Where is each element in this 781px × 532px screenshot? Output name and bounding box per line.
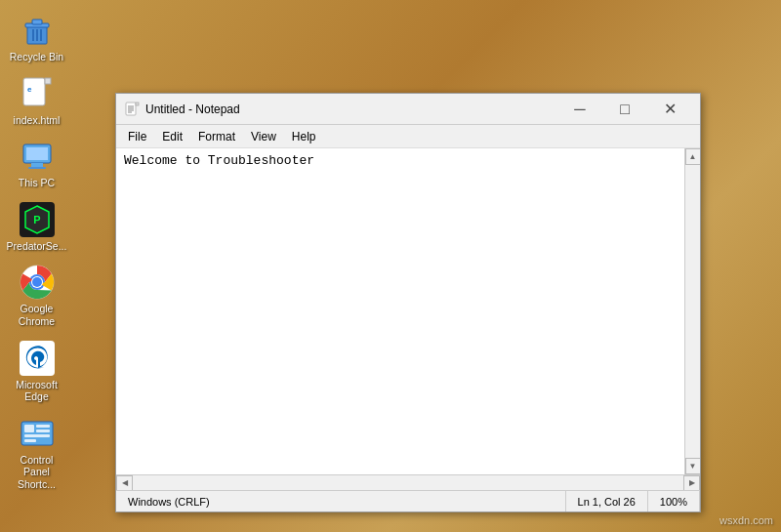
svg-text:e: e bbox=[27, 85, 32, 94]
index-html-label: index.html bbox=[14, 114, 61, 127]
desktop: Recycle Bin e index.html bbox=[0, 0, 781, 532]
status-position: Ln 1, Col 26 bbox=[566, 491, 648, 512]
edge-label: Microsoft Edge bbox=[7, 379, 67, 403]
svg-rect-8 bbox=[45, 78, 51, 84]
control-panel-label: Control Panel Shortc... bbox=[7, 454, 67, 491]
watermark: wsxdn.com bbox=[719, 514, 773, 526]
scroll-track bbox=[685, 165, 700, 458]
chrome-label: Google Chrome bbox=[7, 303, 67, 327]
svg-rect-26 bbox=[24, 434, 50, 437]
svg-rect-13 bbox=[28, 167, 46, 169]
svg-rect-30 bbox=[136, 102, 139, 105]
svg-rect-2 bbox=[32, 20, 42, 24]
desktop-icon-control-panel[interactable]: Control Panel Shortc... bbox=[3, 411, 71, 495]
this-pc-label: This PC bbox=[19, 177, 55, 189]
notepad-content-area: Welcome to Troubleshooter ▲ ▼ bbox=[116, 148, 700, 474]
notepad-status-bar: Windows (CRLF) Ln 1, Col 26 100% bbox=[116, 490, 700, 512]
status-zoom: 100% bbox=[648, 491, 700, 512]
svg-rect-11 bbox=[26, 147, 48, 160]
menu-file[interactable]: File bbox=[120, 128, 154, 145]
edge-icon bbox=[19, 340, 56, 377]
notepad-title: Untitled - Notepad bbox=[145, 102, 557, 116]
svg-rect-23 bbox=[24, 425, 34, 432]
desktop-icon-predator[interactable]: P PredatorSe... bbox=[3, 197, 71, 257]
window-controls: ─ □ ✕ bbox=[557, 95, 692, 124]
desktop-icon-this-pc[interactable]: This PC bbox=[3, 134, 71, 193]
scroll-right-button[interactable]: ▶ bbox=[683, 475, 700, 491]
minimize-button[interactable]: ─ bbox=[557, 95, 602, 124]
desktop-icon-recycle-bin[interactable]: Recycle Bin bbox=[3, 8, 71, 67]
status-line-ending: Windows (CRLF) bbox=[116, 491, 566, 512]
svg-rect-25 bbox=[36, 430, 50, 432]
svg-rect-12 bbox=[31, 163, 43, 167]
horizontal-scrollbar[interactable]: ◀ ▶ bbox=[116, 474, 700, 490]
scroll-up-button[interactable]: ▲ bbox=[685, 148, 701, 165]
desktop-icons-container: Recycle Bin e index.html bbox=[0, 0, 73, 503]
h-scroll-track bbox=[133, 475, 683, 490]
recycle-bin-icon bbox=[19, 12, 56, 49]
menu-view[interactable]: View bbox=[243, 128, 284, 145]
scroll-down-button[interactable]: ▼ bbox=[685, 458, 701, 474]
index-html-icon: e bbox=[19, 75, 56, 112]
menu-format[interactable]: Format bbox=[190, 128, 243, 145]
notepad-window: Untitled - Notepad ─ □ ✕ File Edit Forma… bbox=[115, 93, 701, 512]
menu-help[interactable]: Help bbox=[284, 128, 324, 145]
scroll-left-button[interactable]: ◀ bbox=[116, 475, 133, 491]
svg-point-20 bbox=[32, 277, 42, 287]
this-pc-icon bbox=[19, 138, 56, 175]
svg-rect-24 bbox=[36, 425, 50, 428]
control-panel-icon bbox=[19, 415, 56, 452]
menu-edit[interactable]: Edit bbox=[154, 128, 190, 145]
desktop-icon-chrome[interactable]: Google Chrome bbox=[3, 260, 71, 331]
svg-text:P: P bbox=[33, 214, 40, 225]
vertical-scrollbar[interactable]: ▲ ▼ bbox=[684, 148, 700, 474]
desktop-icon-index-html[interactable]: e index.html bbox=[3, 71, 71, 131]
recycle-bin-label: Recycle Bin bbox=[10, 51, 63, 63]
notepad-title-bar[interactable]: Untitled - Notepad ─ □ ✕ bbox=[116, 94, 700, 125]
notepad-app-icon bbox=[124, 102, 140, 117]
svg-rect-27 bbox=[24, 439, 36, 442]
close-button[interactable]: ✕ bbox=[647, 95, 692, 124]
chrome-icon bbox=[19, 264, 56, 301]
notepad-text-area[interactable]: Welcome to Troubleshooter bbox=[116, 148, 684, 474]
predator-label: PredatorSe... bbox=[7, 240, 67, 253]
predator-icon: P bbox=[19, 201, 56, 238]
desktop-icon-edge[interactable]: Microsoft Edge bbox=[3, 336, 71, 407]
maximize-button[interactable]: □ bbox=[602, 95, 647, 124]
notepad-menu-bar: File Edit Format View Help bbox=[116, 125, 700, 148]
